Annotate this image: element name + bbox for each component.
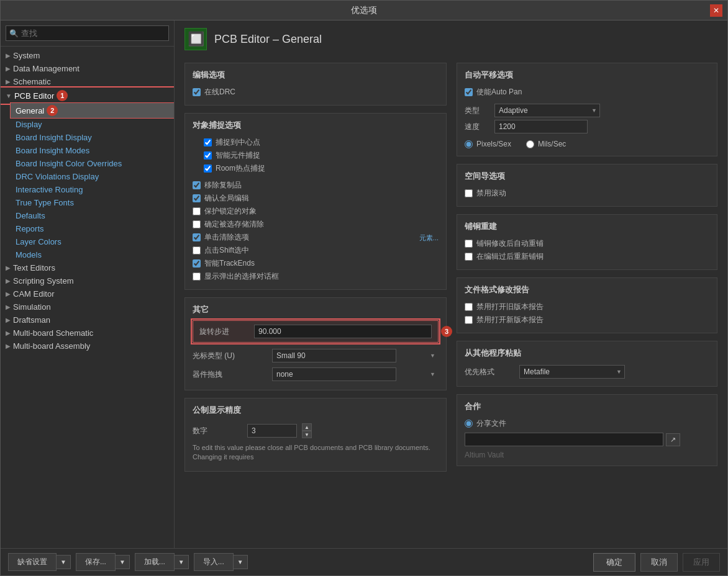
rotation-input[interactable] [254,325,432,338]
sidebar-child-display[interactable]: Display [11,118,174,131]
sidebar-item-multiboard-schematic[interactable]: ▶ Multi-board Schematic [1,326,174,340]
repour-edit-checkbox[interactable] [465,253,473,261]
import-arrow[interactable]: ▼ [234,555,248,569]
shift-click-checkbox[interactable] [193,246,201,254]
sidebar-item-draftsman[interactable]: ▶ Draftsman [1,313,174,326]
type-select[interactable]: Adaptive Fixed Ballistic [494,104,600,117]
search-input[interactable] [6,25,169,41]
arrow-icon: ▶ [6,52,11,59]
arrow-icon: ▼ [6,92,12,99]
snap-center-checkbox[interactable] [204,138,212,146]
save-arrow[interactable]: ▼ [116,555,130,569]
confirm-global-checkbox[interactable] [193,194,201,202]
disable-scroll-label: 禁用滚动 [476,188,506,199]
repour-after-modify-row: 铺铜修改后自动重铺 [465,237,709,250]
spinner-up[interactable]: ▲ [302,423,312,431]
sidebar-item-cam[interactable]: ▶ CAM Editor [1,287,174,300]
sidebar-child-layer-colors[interactable]: Layer Colors [11,235,174,248]
show-popup-row: 显示弹出的选择对话框 [193,270,439,283]
autopan-label: 使能Auto Pan [476,87,522,97]
preferred-format-select[interactable]: Metafile Bitmap Text [519,365,625,379]
confirm-clear-label: 确定被选存储清除 [204,219,264,230]
sidebar-child-label: Board Insight Modes [16,146,89,155]
spinner-down[interactable]: ▼ [302,431,312,438]
cursor-type-select[interactable]: Small 90 Large 90 Small 45 [272,349,396,362]
altium-vault-label: Altium Vault [465,449,504,461]
sidebar-child-board-insight-display[interactable]: Board Insight Display [11,131,174,144]
sidebar-item-system[interactable]: ▶ System [1,49,174,62]
close-button[interactable]: ✕ [710,4,722,17]
disable-open-old-checkbox[interactable] [465,303,473,311]
sidebar-child-label: Display [16,120,42,129]
sidebar-item-data-management[interactable]: ▶ Data Management [1,62,174,75]
show-popup-checkbox[interactable] [193,272,201,281]
title-bar: 优选项 ✕ [1,1,727,20]
sidebar-child-true-type[interactable]: True Type Fonts [11,196,174,209]
share-path-input[interactable] [465,433,663,446]
room-hotspot-checkbox[interactable] [204,164,212,173]
disable-scroll-checkbox[interactable] [465,189,473,197]
sidebar-item-label: PCB Editor [14,91,54,101]
sidebar-child-board-insight-modes[interactable]: Board Insight Modes [11,144,174,157]
repour-modify-checkbox[interactable] [465,240,473,248]
sidebar-child-drc[interactable]: DRC Violations Display [11,170,174,183]
arrow-icon: ▶ [6,330,11,336]
confirm-clear-checkbox[interactable] [193,220,201,228]
share-input-row: ↗ [465,433,709,446]
protect-locked-label: 保护锁定的对象 [204,206,257,217]
save-button[interactable]: 保存... [76,553,116,571]
component-drag-select[interactable]: none Connected Tracks [272,367,396,381]
online-drc-checkbox[interactable] [193,88,201,96]
disable-open-new-label: 禁用打开新版本报告 [476,315,544,325]
default-settings-arrow[interactable]: ▼ [57,555,71,569]
spatial-section: 空间导选项 禁用滚动 [457,164,717,207]
sidebar-child-reports[interactable]: Reports [11,222,174,235]
search-wrapper: 🔍 [6,25,169,41]
smart-snap-checkbox[interactable] [204,151,212,160]
main-area: 🔍 ▶ System ▶ Data Management ▶ Schematic [1,20,727,548]
sidebar-item-schematic[interactable]: ▶ Schematic [1,75,174,88]
sidebar-item-simulation[interactable]: ▶ Simulation [1,300,174,313]
sidebar-child-models[interactable]: Models [11,248,174,261]
smart-trackends-checkbox[interactable] [193,259,201,268]
sidebar-child-board-insight-color[interactable]: Board Insight Color Overrides [11,157,174,170]
sidebar-child-general[interactable]: General 2 [11,103,174,118]
arrow-icon: ▶ [6,317,11,323]
apply-button[interactable]: 应用 [683,553,720,572]
speed-input[interactable] [494,120,588,133]
click-clear-checkbox[interactable] [193,233,201,241]
sidebar-item-text-editors[interactable]: ▶ Text Editors [1,261,174,274]
share-file-radio[interactable] [465,420,473,428]
sidebar-item-scripting[interactable]: ▶ Scripting System [1,274,174,287]
elements-button[interactable]: 元素... [419,233,439,243]
sidebar: 🔍 ▶ System ▶ Data Management ▶ Schematic [1,20,175,548]
sidebar-item-pcb-editor[interactable]: ▼ PCB Editor 1 [1,88,174,103]
repour-after-edit-row: 在编辑过后重新铺铜 [465,250,709,263]
mils-sec-radio[interactable] [526,140,534,148]
autopan-checkbox[interactable] [465,88,473,96]
sidebar-child-interactive-routing[interactable]: Interactive Routing [11,183,174,196]
sidebar-child-label: Layer Colors [16,237,61,246]
ok-button[interactable]: 确定 [593,553,635,572]
protect-locked-checkbox[interactable] [193,207,201,215]
smart-trackends-row: 智能TrackEnds [193,257,439,270]
remove-duplicate-checkbox[interactable] [193,181,201,189]
sidebar-child-defaults[interactable]: Defaults [11,209,174,222]
pixels-sex-radio[interactable] [465,140,473,148]
cancel-button[interactable]: 取消 [640,553,678,572]
pixels-sex-radio-label: Pixels/Sex [465,138,511,150]
digits-input[interactable] [247,424,297,438]
rotation-label: 旋转步进 [199,326,249,337]
default-settings-button[interactable]: 缺省设置 [8,553,57,571]
arrow-icon: ▶ [6,343,11,349]
arrow-icon: ▶ [6,78,11,85]
load-button[interactable]: 加载... [135,553,175,571]
sidebar-item-multiboard-assembly[interactable]: ▶ Multi-board Assembly [1,340,174,353]
import-button[interactable]: 导入... [194,553,234,571]
load-arrow[interactable]: ▼ [175,555,189,569]
rotation-badge: 3 [441,326,452,337]
disable-open-new-checkbox[interactable] [465,316,473,324]
disable-open-new-row: 禁用打开新版本报告 [465,313,709,326]
right-column: 自动平移选项 使能Auto Pan 类型 Adaptive Fixed [457,63,717,541]
share-browse-button[interactable]: ↗ [666,433,680,446]
